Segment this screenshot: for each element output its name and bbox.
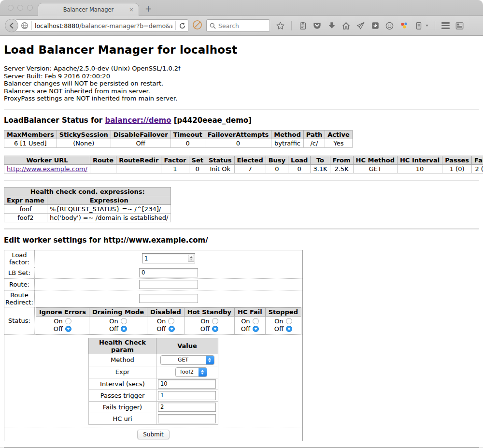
col-to: To (311, 156, 330, 164)
hc-interval-row: Interval (secs) (89, 378, 218, 390)
home-icon[interactable] (341, 21, 351, 30)
draining-mode-off-radio[interactable] (121, 326, 127, 332)
off-label: Off (54, 325, 63, 333)
hc-expr-row: Expr foof2 (89, 366, 218, 378)
tab-close-icon[interactable]: × (129, 6, 134, 13)
load-factor-input[interactable] (144, 255, 188, 262)
col-disablefailover: DisableFailover (111, 130, 170, 139)
status-header-row: Ignore Errors Draining Mode Disabled Hot… (36, 307, 301, 316)
expr-caption-row: Health check cond. expressions: (4, 187, 171, 196)
url-divider (31, 21, 32, 30)
cell-hc-method: GET (353, 164, 397, 173)
color-dots-icon[interactable] (399, 21, 409, 30)
chat-smiley-icon[interactable] (385, 21, 394, 30)
pocket-icon[interactable] (313, 21, 322, 30)
col-failoverattempts: FailoverAttempts (205, 130, 271, 139)
on-label: On (241, 318, 250, 325)
hc-uri-input[interactable] (158, 414, 216, 423)
expr-row-foof: foof %{REQUEST_STATUS} =~ /^[234]/ (4, 204, 171, 213)
persist-note-line: Balancer changes will NOT be persisted o… (4, 80, 479, 87)
stopped-off-radio[interactable] (286, 326, 292, 332)
hc-interval-input[interactable] (158, 379, 216, 389)
minimize-window-button[interactable] (17, 5, 23, 11)
lb-set-input[interactable] (139, 268, 198, 277)
window-controls[interactable] (8, 5, 33, 11)
toolbar-separator (291, 21, 292, 30)
cell-active: Yes (325, 139, 353, 147)
ignore-errors-on-radio[interactable] (65, 318, 71, 324)
download-arrow-icon[interactable] (327, 21, 336, 30)
cell-from: 2.5K (330, 164, 353, 173)
send-plane-icon[interactable] (356, 21, 365, 30)
hc-expr-select[interactable]: foof2 (175, 367, 207, 377)
number-spinner-icon[interactable] (188, 255, 194, 262)
hot-standby-radios: On Off (184, 316, 234, 334)
status-radios-row: On Off On Off On Off (36, 316, 301, 334)
hot-standby-on-radio[interactable] (212, 318, 218, 324)
edit-worker-form: Load factor: LB Set: Route: Route Redire… (4, 250, 303, 441)
submit-button[interactable]: Submit (137, 430, 170, 439)
server-info: Server Version: Apache/2.5.0-dev (Unix) … (4, 65, 479, 102)
tab-title: Balancer Manager (63, 6, 114, 13)
clipboard-icon[interactable] (298, 21, 307, 30)
stopped-on-radio[interactable] (286, 318, 292, 324)
search-input[interactable] (218, 22, 262, 29)
disabled-off-radio[interactable] (169, 326, 175, 332)
sidebar-battery-icon[interactable] (414, 21, 423, 30)
status-label: Status: (4, 307, 35, 334)
url-text[interactable]: localhost:8880/balancer-manager?b=demo&w… (35, 22, 172, 29)
col-passes: Passes (442, 156, 472, 164)
back-button[interactable] (5, 19, 18, 32)
cell-hc-interval: 10 (397, 164, 442, 173)
expr-table-caption: Health check cond. expressions: (4, 187, 171, 196)
tab-balancer-manager[interactable]: Balancer Manager × (38, 3, 139, 16)
col-busy: Busy (266, 156, 288, 164)
close-window-button[interactable] (8, 5, 14, 11)
cell-method: bytraffic (271, 139, 303, 147)
hot-standby-off-radio[interactable] (212, 326, 218, 332)
draining-mode-radios: On Off (89, 316, 147, 334)
navigation-toolbar: localhost:8880/balancer-manager?b=demo&w… (0, 16, 483, 36)
menu-icon[interactable] (441, 22, 450, 29)
zoom-window-button[interactable] (27, 5, 33, 11)
browser-window: Balancer Manager × + localhost:8880/bala… (0, 0, 483, 448)
toolbar-separator-2 (435, 21, 435, 30)
ignore-errors-off-radio[interactable] (65, 326, 71, 332)
hc-method-value: GET (161, 357, 206, 363)
hc-passes-input[interactable] (158, 391, 216, 400)
on-label: On (109, 318, 118, 325)
hc-fail-on-radio[interactable] (253, 318, 259, 324)
disabled-on-radio[interactable] (168, 318, 174, 324)
hc-fail-off-radio[interactable] (253, 326, 259, 332)
hc-uri-row: HC uri (89, 413, 218, 424)
newspaper-icon[interactable] (455, 21, 464, 30)
lb-set-row: LB Set: (4, 267, 303, 278)
balancer-demo-link[interactable]: balancer://demo (105, 116, 171, 125)
worker-url-link[interactable]: http://www.example.com/ (7, 165, 87, 173)
route-input[interactable] (139, 280, 198, 289)
save-to-device-icon[interactable] (370, 21, 380, 30)
bookmark-star-icon[interactable] (276, 21, 285, 30)
hc-method-select[interactable]: GET (160, 355, 214, 365)
search-bar[interactable] (206, 19, 270, 32)
route-redirect-input[interactable] (139, 294, 198, 303)
col-timeout: Timeout (170, 130, 205, 139)
draining-mode-on-radio[interactable] (121, 318, 127, 324)
col-hot-standby: Hot Standby (184, 307, 234, 316)
url-bar[interactable]: localhost:8880/balancer-manager?b=demo&w… (15, 19, 188, 32)
hc-passes-row: Passes trigger (89, 390, 218, 401)
tracking-protection-off-icon[interactable] (192, 20, 202, 32)
new-tab-button[interactable]: + (145, 4, 152, 14)
reload-icon[interactable] (179, 22, 186, 29)
dropdown-caret-icon[interactable] (426, 25, 428, 27)
cell-path: /c/ (303, 139, 325, 147)
status-options-table: Ignore Errors Draining Mode Disabled Hot… (36, 307, 301, 334)
col-ignore-errors: Ignore Errors (36, 307, 89, 316)
hc-fails-input[interactable] (158, 403, 216, 412)
worker-header-row: Worker URL Route RouteRedir Factor Set S… (4, 156, 483, 164)
edit-worker-heading: Edit worker settings for http://www.exam… (4, 236, 479, 245)
proxypass-note-line: ProxyPass settings are NOT inherited fro… (4, 95, 479, 102)
balancer-status-table: MaxMembers StickySession DisableFailover… (4, 130, 353, 148)
col-route: Route (90, 156, 116, 164)
loadbalancer-status-heading: LoadBalancer Status for balancer://demo … (4, 116, 479, 125)
